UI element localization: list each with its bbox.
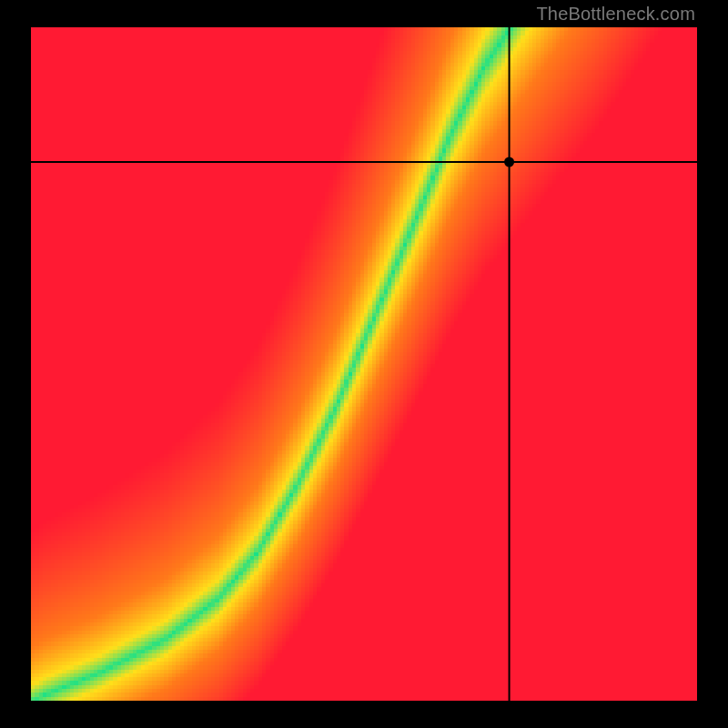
- heatmap-canvas: [31, 27, 697, 701]
- watermark-text: TheBottleneck.com: [536, 4, 695, 25]
- chart-stage: TheBottleneck.com: [0, 0, 728, 728]
- heatmap-plot: [31, 27, 697, 701]
